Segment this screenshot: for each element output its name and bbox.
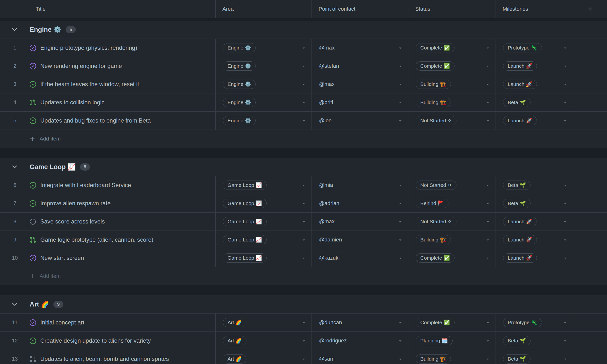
status-pill[interactable]: Complete ✅	[416, 43, 455, 52]
dropdown-caret-icon[interactable]	[301, 118, 306, 123]
area-pill[interactable]: Art 🌈	[223, 336, 246, 345]
dropdown-caret-icon[interactable]	[398, 118, 403, 123]
contact-handle[interactable]: @adrian	[319, 200, 339, 207]
status-pill[interactable]: Complete ✅	[416, 61, 455, 71]
contact-handle[interactable]: @sam	[319, 356, 335, 362]
dropdown-caret-icon[interactable]	[398, 100, 403, 105]
area-pill[interactable]: Art 🌈	[223, 318, 246, 327]
status-cell[interactable]: Behind 🚩	[409, 194, 496, 212]
contact-handle[interactable]: @kazuki	[319, 255, 340, 261]
dropdown-caret-icon[interactable]	[398, 237, 403, 242]
area-pill[interactable]: Game Loop 📈	[223, 199, 267, 208]
status-pill[interactable]: Building 🏗️	[416, 80, 451, 89]
area-pill[interactable]: Engine ⚙️	[223, 43, 256, 52]
dropdown-caret-icon[interactable]	[485, 219, 490, 224]
status-pill[interactable]: Not Started ⚪	[416, 217, 456, 226]
column-header-status[interactable]: Status	[409, 0, 496, 18]
status-cell[interactable]: Building 🏗️	[409, 231, 496, 249]
status-pill[interactable]: Not Started ⚪	[416, 116, 456, 125]
status-cell[interactable]: Complete ✅	[409, 313, 496, 331]
status-cell[interactable]: Not Started ⚪	[409, 213, 496, 231]
dropdown-caret-icon[interactable]	[485, 64, 490, 68]
status-cell[interactable]: Complete ✅	[409, 249, 496, 267]
status-cell[interactable]: Building 🏗️	[409, 350, 496, 364]
dropdown-caret-icon[interactable]	[563, 82, 568, 87]
area-pill[interactable]: Game Loop 📈	[223, 235, 267, 244]
dropdown-caret-icon[interactable]	[301, 100, 306, 105]
milestone-pill[interactable]: Beta 🌱	[503, 354, 530, 364]
item-title[interactable]: Game logic prototype (alien, cannon, sco…	[40, 236, 153, 243]
dropdown-caret-icon[interactable]	[485, 237, 490, 242]
column-header-point-of-contact[interactable]: Point of contact	[312, 0, 409, 18]
status-pill[interactable]: Planning 🗓️	[416, 336, 453, 345]
dropdown-caret-icon[interactable]	[563, 64, 568, 68]
area-cell[interactable]: Game Loop 📈	[216, 176, 312, 194]
item-title[interactable]: Creative design update to aliens for var…	[40, 337, 151, 344]
dropdown-caret-icon[interactable]	[301, 237, 306, 242]
area-cell[interactable]: Game Loop 📈	[216, 249, 312, 267]
milestone-cell[interactable]: Beta 🌱	[496, 93, 573, 111]
dropdown-caret-icon[interactable]	[485, 256, 490, 260]
status-pill[interactable]: Behind 🚩	[416, 199, 449, 208]
contact-cell[interactable]: @lee	[312, 112, 409, 130]
dropdown-caret-icon[interactable]	[398, 183, 403, 188]
milestone-cell[interactable]: Prototype 🦎	[496, 39, 573, 57]
dropdown-caret-icon[interactable]	[398, 256, 403, 260]
contact-handle[interactable]: @duncan	[319, 319, 342, 326]
milestone-cell[interactable]: Beta 🌱	[496, 194, 573, 212]
contact-handle[interactable]: @priti	[319, 99, 333, 105]
dropdown-caret-icon[interactable]	[563, 256, 568, 260]
area-cell[interactable]: Game Loop 📈	[216, 231, 312, 249]
dropdown-caret-icon[interactable]	[398, 320, 403, 325]
dropdown-caret-icon[interactable]	[485, 201, 490, 206]
area-cell[interactable]: Art 🌈	[216, 350, 312, 364]
area-cell[interactable]: Engine ⚙️	[216, 112, 312, 130]
milestone-pill[interactable]: Launch 🚀	[503, 61, 537, 71]
item-title[interactable]: Initial concept art	[40, 319, 84, 326]
dropdown-caret-icon[interactable]	[563, 100, 568, 105]
status-pill[interactable]: Building 🏗️	[416, 98, 451, 107]
contact-cell[interactable]: @max	[312, 39, 409, 57]
chevron-down-icon[interactable]	[11, 163, 18, 171]
area-cell[interactable]: Game Loop 📈	[216, 194, 312, 212]
contact-handle[interactable]: @stefan	[319, 63, 339, 69]
area-pill[interactable]: Game Loop 📈	[223, 253, 267, 262]
milestone-pill[interactable]: Beta 🌱	[503, 199, 530, 208]
dropdown-caret-icon[interactable]	[398, 219, 403, 224]
dropdown-caret-icon[interactable]	[563, 219, 568, 224]
status-cell[interactable]: Complete ✅	[409, 57, 496, 75]
dropdown-caret-icon[interactable]	[563, 338, 568, 343]
milestone-cell[interactable]: Launch 🚀	[496, 249, 573, 267]
dropdown-caret-icon[interactable]	[485, 118, 490, 123]
milestone-pill[interactable]: Beta 🌱	[503, 336, 530, 345]
dropdown-caret-icon[interactable]	[398, 201, 403, 206]
item-title[interactable]: New rendering engine for game	[40, 63, 122, 69]
item-title[interactable]: Updates to alien, beam, bomb and cannon …	[40, 355, 169, 362]
milestone-pill[interactable]: Launch 🚀	[503, 235, 537, 244]
status-cell[interactable]: Planning 🗓️	[409, 332, 496, 350]
dropdown-caret-icon[interactable]	[301, 219, 306, 224]
dropdown-caret-icon[interactable]	[398, 64, 403, 68]
add-column-button[interactable]	[573, 0, 607, 18]
contact-cell[interactable]: @max	[312, 213, 409, 231]
dropdown-caret-icon[interactable]	[301, 45, 306, 50]
dropdown-caret-icon[interactable]	[485, 82, 490, 87]
status-pill[interactable]: Building 🏗️	[416, 235, 451, 244]
milestone-pill[interactable]: Launch 🚀	[503, 217, 537, 226]
area-cell[interactable]: Art 🌈	[216, 313, 312, 331]
area-cell[interactable]: Game Loop 📈	[216, 213, 312, 231]
contact-handle[interactable]: @max	[319, 218, 335, 225]
contact-handle[interactable]: @max	[319, 45, 335, 51]
area-cell[interactable]: Engine ⚙️	[216, 57, 312, 75]
dropdown-caret-icon[interactable]	[301, 64, 306, 68]
column-header-milestones[interactable]: Milestones	[496, 0, 573, 18]
status-pill[interactable]: Not Started ⚪	[416, 181, 456, 190]
milestone-pill[interactable]: Beta 🌱	[503, 98, 530, 107]
dropdown-caret-icon[interactable]	[485, 338, 490, 343]
contact-cell[interactable]: @damien	[312, 231, 409, 249]
contact-cell[interactable]: @kazuki	[312, 249, 409, 267]
contact-cell[interactable]: @rodriguez	[312, 332, 409, 350]
dropdown-caret-icon[interactable]	[485, 356, 490, 361]
contact-cell[interactable]: @mia	[312, 176, 409, 194]
dropdown-caret-icon[interactable]	[563, 118, 568, 123]
